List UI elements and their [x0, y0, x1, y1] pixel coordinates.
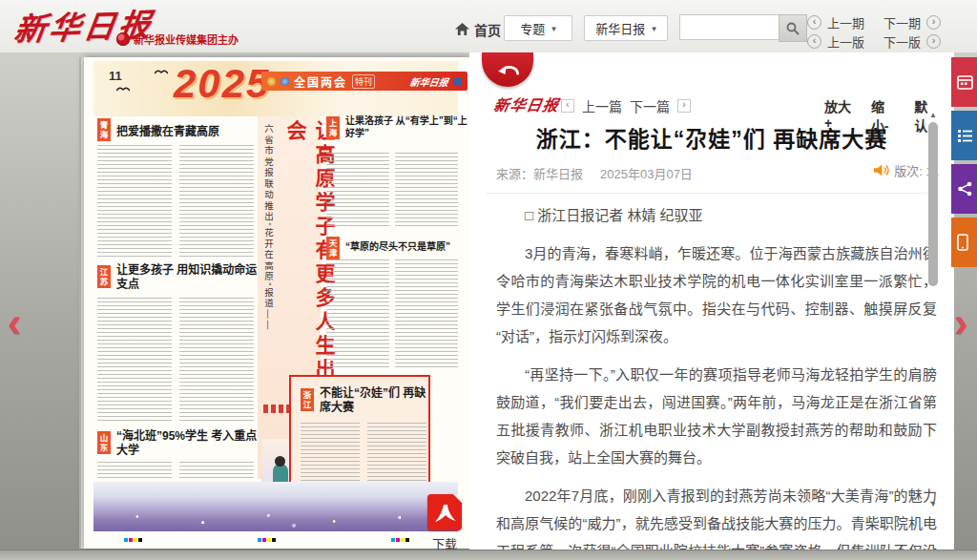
chevron-down-icon: ▾: [551, 24, 556, 33]
next-issue-button[interactable]: 下一期: [883, 13, 921, 31]
swallow-icon: [155, 69, 168, 75]
next-page-icon[interactable]: ›: [926, 34, 941, 49]
newspaper-text-block: [97, 462, 172, 479]
nav-home[interactable]: 首页: [455, 20, 501, 39]
scroll-up-icon[interactable]: ▲: [928, 111, 938, 119]
scroll-down-icon[interactable]: ▼: [928, 500, 938, 508]
sidebar-calendar-button[interactable]: [951, 57, 977, 107]
illustration-figure: [275, 456, 285, 467]
masthead-seal-icon: [453, 77, 462, 86]
prev-page-icon[interactable]: ‹: [807, 34, 821, 49]
top-header: 新华日报 新华报业传媒集团主办 首页 专题 ▾ 新华日报 ▾ ‹: [0, 0, 977, 53]
horizontal-scrollbar-track[interactable]: [0, 550, 977, 560]
prev-issue-icon[interactable]: ‹: [807, 15, 821, 30]
article-paragraph: “再坚持一下。”入职仅一年的赛项指导老师马海龙轻拍学生的肩膀鼓励道，“我们要走出…: [496, 361, 937, 471]
sidebar-list-button[interactable]: [951, 111, 977, 160]
speaker-icon[interactable]: [873, 163, 889, 177]
article-meta-left: 来源：新华日报 2025年03月07日: [496, 164, 693, 182]
topics-dropdown-label: 专题: [520, 19, 545, 37]
article-body: □ 浙江日报记者 林婧 纪驭亚 3月的青海，春寒料峭，乍暖还寒。位于海西蒙古族藏…: [496, 201, 937, 560]
newspaper-headline[interactable]: 让果洛孩子 从“有学上”到“上好学”: [345, 114, 468, 139]
bottom-meadow-illustration: [94, 482, 458, 531]
issue-nav-row: ‹ 上一期 下一期 ›: [807, 13, 941, 31]
search-input[interactable]: [679, 14, 789, 40]
masthead-subbrand: 新华报业传媒集团主办: [116, 31, 239, 47]
next-article-icon[interactable]: ›: [677, 99, 691, 113]
chevron-down-icon: ▾: [652, 24, 656, 33]
newspaper-text-block: [179, 462, 254, 479]
home-icon: [455, 23, 469, 36]
masthead-subbrand-label: 新华报业传媒集团主办: [134, 31, 239, 47]
page-left-arrow[interactable]: ‹: [8, 303, 22, 342]
prev-article-button[interactable]: 上一篇: [582, 96, 622, 115]
emblem-blue-icon: [281, 77, 289, 86]
region-chip: 浙江: [301, 388, 314, 411]
newspaper-headline[interactable]: “海北班”95%学生 考入重点大学: [116, 429, 260, 458]
paper-dropdown[interactable]: 新华日报 ▾: [584, 15, 668, 41]
article-byline: □ 浙江日报记者 林婧 纪驭亚: [496, 201, 937, 229]
newspaper-text-block: [97, 145, 172, 258]
region-chip: 上海: [326, 116, 340, 139]
newspaper-headline[interactable]: 不能让“尕娃”们 再缺席大赛: [320, 386, 426, 415]
newspaper-text-block: [301, 423, 360, 484]
article-reader-panel: 新华日报 ‹ 上一篇 下一篇 › 放大+ 缩小- 默认 浙江：不能让“尕娃”们 …: [469, 52, 954, 560]
back-arrow-icon: [493, 61, 522, 78]
next-issue-icon[interactable]: ›: [926, 15, 941, 30]
banner-masthead-logo: 新华日报: [409, 74, 449, 89]
group-emblem-icon: [116, 32, 130, 46]
newspaper-text-block: [326, 259, 389, 369]
sidebar-share-button[interactable]: [951, 164, 977, 214]
article-title: 浙江：不能让“尕娃”们 再缺席大赛: [487, 121, 937, 154]
share-icon: [957, 181, 973, 197]
swallow-icon: [116, 86, 130, 93]
newspaper-text-block: [395, 259, 458, 369]
scrollbar-thumb[interactable]: [928, 122, 938, 286]
sidebar-mobile-button[interactable]: [951, 218, 977, 267]
color-registration-marks: [124, 538, 142, 542]
newspaper-text-block: [179, 298, 254, 422]
newspaper-top-band: 11 2025 全国两会 特刊 新华日报: [94, 61, 458, 116]
page-nav-row: ‹ 上一版 下一版 ›: [807, 32, 941, 51]
back-button[interactable]: [482, 52, 533, 87]
pdf-download-button[interactable]: [427, 494, 462, 530]
page-right-arrow[interactable]: ›: [954, 303, 968, 342]
color-registration-marks: [391, 538, 409, 542]
list-icon: [957, 129, 973, 142]
newspaper-page-number: 11: [109, 69, 122, 83]
year-graphic: 2025: [174, 61, 270, 107]
prev-page-button[interactable]: 上一版: [827, 32, 864, 51]
region-chip: 青海: [97, 118, 111, 141]
search-icon: [786, 22, 800, 35]
article-source: 来源：新华日报: [496, 164, 583, 182]
region-chip: 天津: [326, 237, 340, 259]
divider: [487, 193, 937, 194]
calendar-icon: [957, 74, 973, 90]
newspaper-headline[interactable]: “草原的尽头不只是草原”: [345, 239, 465, 253]
newspaper-page-thumbnail[interactable]: 11 2025 全国两会 特刊 新华日报 青海 把爱播撒在青藏高原 江苏 让更多…: [84, 57, 469, 549]
newspaper-text-block: [179, 145, 254, 258]
newspaper-headline[interactable]: 让更多孩子 用知识撬动命运支点: [116, 263, 260, 292]
prev-issue-button[interactable]: 上一期: [827, 13, 864, 31]
newspaper-text-block: [395, 153, 458, 229]
newspaper-headline[interactable]: 把爱播撒在青藏高原: [116, 122, 255, 138]
newspaper-text-block: [326, 153, 389, 229]
page-fold-icon: [453, 494, 462, 503]
emblem-gold-icon: [267, 77, 276, 86]
color-registration-marks: [258, 538, 276, 542]
article-date: 2025年03月07日: [600, 164, 693, 182]
banner-tag: 特刊: [352, 74, 375, 89]
reader-masthead-logo: 新华日报: [492, 93, 561, 115]
topics-dropdown[interactable]: 专题 ▾: [504, 15, 572, 41]
next-page-button[interactable]: 下一版: [883, 32, 921, 51]
article-paragraph: 3月的青海，春寒料峭，乍暖还寒。位于海西蒙古族藏族自治州德令哈市的青海柴达木职业…: [496, 239, 937, 350]
prev-article-icon[interactable]: ‹: [561, 99, 574, 113]
paper-dropdown-label: 新华日报: [595, 19, 645, 37]
vertical-kicker: 六省市党报联动推出“花开在高原”报道——: [261, 124, 275, 353]
article-meta-right: 版次: 11: [840, 161, 939, 179]
mobile-phone-icon: [957, 234, 968, 251]
special-issue-banner: 全国两会 特刊 新华日报: [261, 72, 468, 91]
search-button[interactable]: [779, 14, 807, 42]
selected-article-highlight[interactable]: 浙江 不能让“尕娃”们 再缺席大赛: [289, 375, 430, 493]
next-article-button[interactable]: 下一篇: [630, 96, 670, 115]
region-chip: 江苏: [97, 265, 111, 288]
